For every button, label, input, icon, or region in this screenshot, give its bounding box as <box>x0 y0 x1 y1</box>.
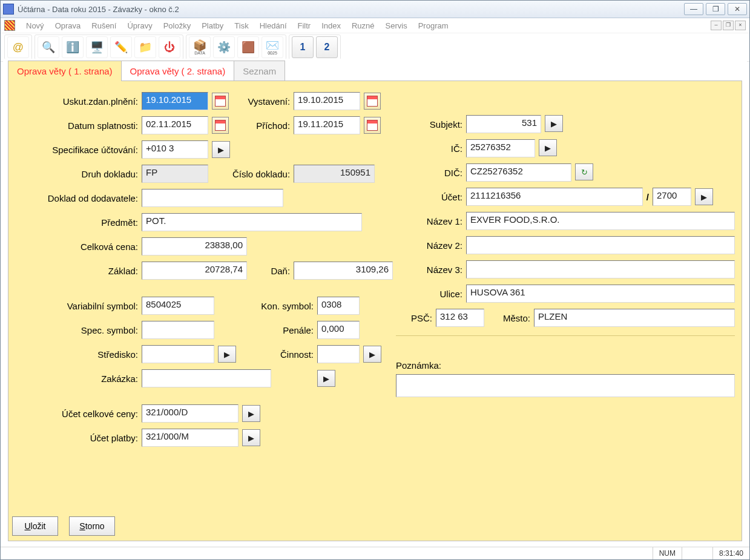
tabstrip: Oprava věty ( 1. strana) Oprava věty ( 2… <box>8 59 742 81</box>
label-uskut: Uskut.zdan.plnění: <box>17 96 138 107</box>
globe-icon: 🟫 <box>242 42 255 53</box>
datepicker-splatnost-button[interactable] <box>212 117 229 134</box>
field-specificky-symbol[interactable] <box>142 321 214 339</box>
field-subjekt[interactable]: 531 <box>466 115 541 133</box>
field-mesto[interactable]: PLZEN <box>534 309 735 327</box>
field-nazev-1[interactable]: EXVER FOOD,S.R.O. <box>466 212 735 230</box>
form-area: Oprava věty ( 1. strana) Oprava věty ( 2… <box>8 59 742 541</box>
toolbar-edit-button[interactable]: ✏️ <box>110 36 132 58</box>
field-nazev-3[interactable] <box>466 260 735 278</box>
lookup-banka-button[interactable]: ▶ <box>695 188 713 205</box>
mail-icon: ✉️ <box>266 40 279 51</box>
menu-ruseni[interactable]: Rušení <box>87 20 121 31</box>
field-splatnost[interactable]: 02.11.2015 <box>142 116 208 134</box>
field-nazev-2[interactable] <box>466 236 735 254</box>
toolbar-power-button[interactable]: ⏻ <box>159 36 180 58</box>
lookup-ucet-plat-button[interactable]: ▶ <box>242 429 260 446</box>
lookup-stredisko-button[interactable]: ▶ <box>218 346 236 363</box>
field-cinnost[interactable] <box>317 345 360 363</box>
field-psc[interactable]: 312 63 <box>436 309 484 327</box>
field-variabilni-symbol[interactable]: 8504025 <box>142 297 214 315</box>
lookup-zakazka-button[interactable]: ▶ <box>317 370 335 387</box>
datepicker-uskut-button[interactable] <box>212 93 229 110</box>
mdi-close-button[interactable]: × <box>735 21 746 30</box>
toolbar-window-2-button[interactable]: 2 <box>316 36 338 58</box>
menu-tisk[interactable]: Tisk <box>229 20 253 31</box>
toolbar-search-button[interactable]: 🔍 <box>38 36 59 58</box>
toolbar-info-button[interactable]: ℹ️ <box>62 36 84 58</box>
menu-upravy[interactable]: Úpravy <box>122 20 157 31</box>
field-ucet-platby[interactable]: 321/000/M <box>142 429 238 447</box>
cancel-button[interactable]: Storno <box>69 516 115 536</box>
menu-servis[interactable]: Servis <box>381 20 412 31</box>
toolbar-gear-button[interactable]: ⚙️ <box>213 36 235 58</box>
field-ucet-celkove-ceny[interactable]: 321/000/D <box>142 404 238 423</box>
label-zakazka: Zakázka: <box>17 374 138 384</box>
field-stredisko[interactable] <box>142 345 214 363</box>
menu-polozky[interactable]: Položky <box>159 20 196 31</box>
ares-dic-button[interactable]: ↻ <box>575 163 593 180</box>
label-ucet-slash: / <box>646 192 649 202</box>
field-zaklad[interactable]: 20728,74 <box>142 262 247 280</box>
toolbar-logo-button[interactable]: @ <box>7 36 29 58</box>
menu-filtr[interactable]: Filtr <box>293 20 316 31</box>
field-poznamka[interactable] <box>396 374 735 397</box>
datepicker-prichod-button[interactable] <box>364 117 381 134</box>
datepicker-vystaveni-button[interactable] <box>364 93 381 110</box>
save-button[interactable]: Uložit <box>12 516 58 536</box>
toolbar-window-1-button[interactable]: 1 <box>292 36 314 58</box>
lookup-ucet-celk-button[interactable]: ▶ <box>242 405 260 422</box>
field-predmet[interactable]: POT. <box>142 213 362 231</box>
field-celkova-cena[interactable]: 23838,00 <box>142 237 247 255</box>
field-dan[interactable]: 3109,26 <box>294 262 393 280</box>
label-cislo: Číslo dokladu: <box>232 169 290 179</box>
label-prichod: Příchod: <box>232 120 290 131</box>
field-ulice[interactable]: HUSOVA 361 <box>466 285 735 303</box>
field-uskut-zdan-plneni[interactable]: 19.10.2015 <box>142 92 208 110</box>
status-num: NUM <box>653 547 682 559</box>
field-ucet[interactable]: 2111216356 <box>466 188 643 206</box>
field-doklad-od-dodavatele[interactable] <box>142 189 283 207</box>
field-spec-uctovani[interactable]: +010 3 <box>142 140 208 159</box>
lookup-cinnost-button[interactable]: ▶ <box>363 346 381 363</box>
tab-page-2[interactable]: Oprava věty ( 2. strana) <box>121 61 235 81</box>
menu-platby[interactable]: Platby <box>197 20 228 31</box>
tab-seznam[interactable]: Seznam <box>234 61 285 81</box>
field-prichod[interactable]: 19.11.2015 <box>294 116 360 134</box>
menu-novy[interactable]: Nový <box>21 20 49 31</box>
right-column: Subjekt: 531 ▶ IČ: 25276352 ▶ DIČ: CZ25 <box>396 115 735 397</box>
toolbar-globe-button[interactable]: 🟫 <box>237 36 259 58</box>
toolbar-data-button[interactable]: 📦DATA <box>189 36 211 58</box>
field-banka-kod[interactable]: 2700 <box>653 188 691 206</box>
tab-page-1[interactable]: Oprava věty ( 1. strana) <box>8 61 122 81</box>
lookup-ic-button[interactable]: ▶ <box>539 139 557 156</box>
lookup-spec-uctovani-button[interactable]: ▶ <box>212 141 230 158</box>
label-celkova: Celková cena: <box>17 242 138 252</box>
menu-index[interactable]: Index <box>317 20 346 31</box>
label-druh: Druh dokladu: <box>17 169 138 179</box>
field-konstantni-symbol[interactable]: 0308 <box>317 297 360 315</box>
menu-hledani[interactable]: Hledání <box>255 20 292 31</box>
lookup-subjekt-button[interactable]: ▶ <box>545 115 563 132</box>
mdi-app-icon <box>4 20 15 31</box>
window-close-button[interactable]: ✕ <box>728 3 747 15</box>
statusbar: NUM 8:31:40 <box>1 547 749 559</box>
toolbar-folder-button[interactable]: 📁 <box>134 36 156 58</box>
window-maximize-button[interactable]: ❐ <box>706 3 725 15</box>
menu-oprava[interactable]: Oprava <box>50 20 86 31</box>
field-dic[interactable]: CZ25276352 <box>466 163 571 182</box>
label-doklad-dod: Doklad od dodavatele: <box>17 193 138 203</box>
menu-program[interactable]: Program <box>413 20 453 31</box>
mdi-minimize-button[interactable]: – <box>711 21 722 30</box>
field-zakazka[interactable] <box>142 369 271 387</box>
window-minimize-button[interactable]: — <box>684 3 703 15</box>
menubar: Nový Oprava Rušení Úpravy Položky Platby… <box>1 18 749 33</box>
field-penale[interactable]: 0,000 <box>317 321 360 339</box>
label-penale: Penále: <box>238 325 314 335</box>
toolbar-network-button[interactable]: 🖥️ <box>86 36 108 58</box>
field-ic[interactable]: 25276352 <box>466 139 535 157</box>
field-vystaveni[interactable]: 19.10.2015 <box>294 92 360 110</box>
toolbar-mail-button[interactable]: ✉️0025 <box>262 36 283 58</box>
menu-ruzne[interactable]: Ruzné <box>347 20 380 31</box>
mdi-restore-button[interactable]: ❐ <box>723 21 734 30</box>
